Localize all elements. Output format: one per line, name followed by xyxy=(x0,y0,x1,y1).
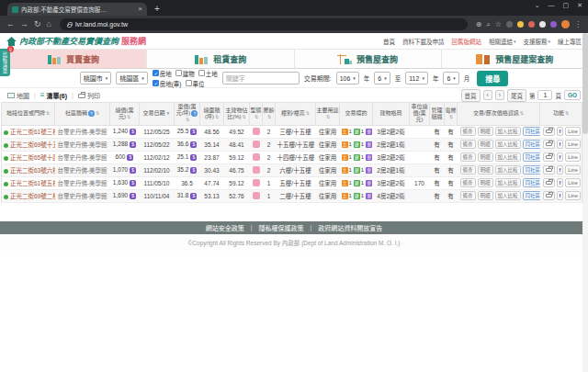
col-age[interactable]: 屋齡⇅ xyxy=(263,103,276,126)
from-year-select[interactable]: 106▾ xyxy=(336,72,359,85)
keyword-input[interactable] xyxy=(222,72,300,85)
detail-button[interactable]: 明細 xyxy=(478,178,493,187)
search-button[interactable]: 搜尋 xyxy=(477,71,508,86)
note-button[interactable]: 備查 xyxy=(460,140,476,149)
site-logo[interactable]: 內政部不動產交易實價查詢 服務網 xyxy=(6,35,146,47)
new-tab-button[interactable]: + xyxy=(154,3,160,16)
to-year-select[interactable]: 112▾ xyxy=(405,72,428,85)
district-select[interactable]: 桃園區▾ xyxy=(116,72,148,85)
line-share-button[interactable]: Line xyxy=(565,127,580,136)
nav-online-zone[interactable]: 線上專區 xyxy=(558,37,582,46)
print-list-button[interactable]: 列印 xyxy=(78,91,100,100)
help-icon[interactable]: ? xyxy=(191,110,198,117)
col-functions[interactable]: 功能⇅ xyxy=(540,103,582,126)
next-page-button[interactable]: › xyxy=(495,90,504,100)
from-month-select[interactable]: 6▾ xyxy=(374,72,390,85)
facebook-share-button[interactable]: f xyxy=(557,152,564,162)
tab-presale-project-query[interactable]: 預售屋建案查詢 xyxy=(442,50,588,68)
nav-downloads[interactable]: 資料下載及申請 xyxy=(402,37,445,46)
close-icon[interactable]: ✕ xyxy=(577,2,582,9)
detail-button[interactable]: 明細 xyxy=(478,127,493,136)
print-button[interactable] xyxy=(543,191,555,200)
col-type[interactable]: 型態⇅ xyxy=(250,103,263,126)
address-link[interactable]: 正光二街65號十四樓 xyxy=(10,154,55,161)
home-icon[interactable]: ⌂ xyxy=(47,20,51,28)
tab-presale-query[interactable]: 預售屋查詢 xyxy=(295,50,442,68)
add-to-compare-button[interactable]: 加入比較 xyxy=(495,165,521,175)
facebook-share-button[interactable]: f xyxy=(557,127,564,136)
note-button[interactable]: 備查 xyxy=(460,178,476,187)
col-total-price[interactable]: 總價(萬元)⇅ xyxy=(110,103,140,126)
col-elevator[interactable]: 電梯⇅ xyxy=(445,103,458,126)
help-icon[interactable]: ? xyxy=(88,110,95,117)
note-button[interactable]: 備查 xyxy=(460,152,476,162)
col-price-info[interactable]: 交易/歷次價格資訊⇅ xyxy=(458,103,540,126)
print-button[interactable] xyxy=(543,127,555,136)
bookmark-star-icon[interactable]: ☆ xyxy=(495,20,502,28)
compare-list-side-tab[interactable]: 0 比較清單 xyxy=(0,49,10,76)
last-page-button[interactable]: 尾頁 xyxy=(507,89,526,102)
col-address[interactable]: 地段位置或門牌⇅ xyxy=(2,103,55,126)
first-page-button[interactable]: 首頁 xyxy=(461,89,481,102)
line-share-button[interactable]: Line xyxy=(565,178,580,187)
address-link[interactable]: 正光二街61號五樓 xyxy=(10,180,55,186)
extension-icon-4[interactable] xyxy=(539,21,546,28)
footer-link-privacy[interactable]: 隱私權保護政策 xyxy=(259,223,304,232)
translate-icon[interactable]: ⊕ xyxy=(476,20,482,28)
page-scrollbar[interactable] xyxy=(582,33,588,372)
facebook-share-button[interactable]: f xyxy=(557,140,564,149)
extension-icon-2[interactable] xyxy=(517,21,524,28)
note-button[interactable]: 備查 xyxy=(460,165,476,175)
reload-icon[interactable]: ↻ xyxy=(34,20,41,28)
go-button[interactable]: GO xyxy=(564,90,581,100)
same-community-price-button[interactable]: 同社區行情 xyxy=(523,140,540,149)
line-share-button[interactable]: Line xyxy=(565,140,580,149)
facebook-share-button[interactable]: f xyxy=(557,178,564,187)
footer-link-security[interactable]: 網站安全政策 xyxy=(206,223,244,232)
col-unit-price[interactable]: 單價(萬元/坪)?⇅ xyxy=(175,103,200,126)
to-month-select[interactable]: 6▾ xyxy=(443,72,458,85)
browser-menu-icon[interactable]: ⋮ xyxy=(574,20,582,28)
print-button[interactable] xyxy=(543,152,555,162)
community-link[interactable]: 台璽史丹佛-美學館 xyxy=(57,141,107,148)
facebook-share-button[interactable]: f xyxy=(557,165,564,175)
print-button[interactable] xyxy=(543,165,555,175)
line-share-button[interactable]: Line xyxy=(565,165,580,175)
page-number-input[interactable] xyxy=(537,90,552,100)
same-community-price-button[interactable]: 同社區行情 xyxy=(523,178,540,187)
col-main-ratio[interactable]: 主建物佔比(%)⇅ xyxy=(224,103,250,126)
line-share-button[interactable]: Line xyxy=(565,191,580,200)
add-to-compare-button[interactable]: 加入比較 xyxy=(495,127,521,136)
extension-icon-5[interactable] xyxy=(550,21,557,28)
same-community-price-button[interactable]: 同社區行情 xyxy=(523,127,540,136)
address-link[interactable]: 正光二街63號六樓 xyxy=(10,167,55,174)
add-to-compare-button[interactable]: 加入比較 xyxy=(495,191,521,200)
tab-search-icon[interactable]: ⌄ xyxy=(535,2,540,9)
map-view-button[interactable]: 地圖 xyxy=(7,91,29,100)
col-community[interactable]: 社區簡稱?⇅ xyxy=(55,103,110,126)
tab-rent-query[interactable]: 租賃查詢 xyxy=(147,50,294,68)
detail-button[interactable]: 明細 xyxy=(478,191,493,200)
nav-home[interactable]: 首頁 xyxy=(383,37,395,46)
tab-close-icon[interactable]: × xyxy=(138,6,142,13)
list-view-button[interactable]: ≡清單(6) xyxy=(40,91,67,100)
checkbox-land[interactable]: 土地 xyxy=(198,69,218,78)
facebook-share-button[interactable]: f xyxy=(557,191,564,200)
extension-icon-3[interactable] xyxy=(528,21,535,28)
col-date[interactable]: 交易日期▼ xyxy=(140,103,175,126)
line-share-button[interactable]: Line xyxy=(565,152,580,162)
print-button[interactable] xyxy=(543,178,555,187)
address-link[interactable]: 正光二街69號二樓 xyxy=(10,193,55,199)
community-link[interactable]: 台璽史丹佛-美學館 xyxy=(57,180,107,186)
checkbox-house-land-parking[interactable]: 房地(車) xyxy=(153,79,182,88)
add-to-compare-button[interactable]: 加入比較 xyxy=(495,140,521,149)
minimize-icon[interactable]: — xyxy=(548,2,555,9)
footer-link-open-data[interactable]: 政府網站資料開放宣告 xyxy=(318,223,382,232)
same-community-price-button[interactable]: 同社區行情 xyxy=(523,152,540,162)
detail-button[interactable]: 明細 xyxy=(478,152,493,162)
detail-button[interactable]: 明細 xyxy=(478,165,493,175)
address-bar[interactable]: lvr.land.moi.gov.tw xyxy=(60,18,468,30)
nav-old-site[interactable]: 回舊版網站 xyxy=(451,37,481,46)
zoom-icon[interactable]: ⌕ xyxy=(486,20,490,29)
tab-sale-query[interactable]: 買賣查詢 xyxy=(0,50,147,68)
